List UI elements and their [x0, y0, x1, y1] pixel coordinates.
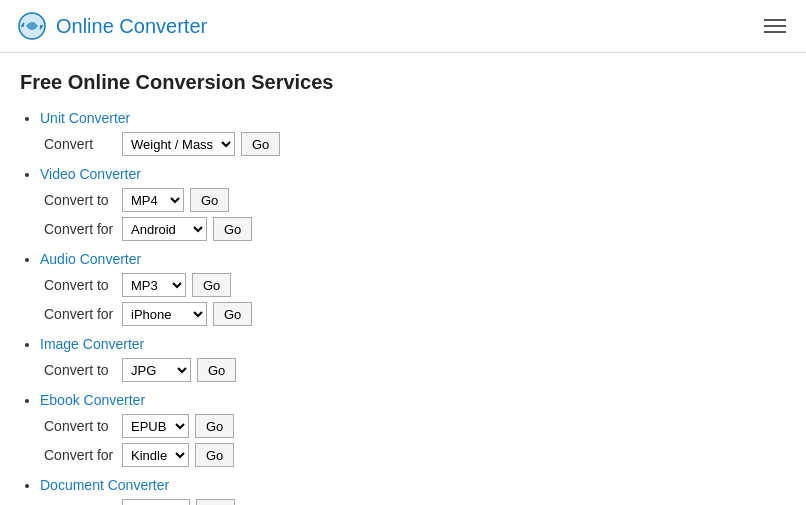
select-image-0[interactable]: JPGPNGGIFBMPWEBP [122, 358, 191, 382]
control-row-video-0: Convert toMP4AVIMOVWMVMKVGo [44, 188, 786, 212]
control-row-ebook-0: Convert toEPUBMOBIPDFAZW3Go [44, 414, 786, 438]
converter-title-video[interactable]: Video Converter [40, 166, 141, 182]
control-label-video-1: Convert for [44, 221, 116, 237]
control-row-video-1: Convert forAndroidiPhoneiPadSamsungGo [44, 217, 786, 241]
converter-item-image: Image ConverterConvert toJPGPNGGIFBMPWEB… [40, 336, 786, 382]
logo-text: Online Converter [56, 15, 207, 38]
control-label-video-0: Convert to [44, 192, 116, 208]
select-ebook-1[interactable]: KindleiPadNookKobo [122, 443, 189, 467]
select-audio-1[interactable]: iPhoneAndroidiPadSamsung [122, 302, 207, 326]
control-row-unit-0: ConvertWeight / MassLengthVolumeTemperat… [44, 132, 786, 156]
go-button-audio-1[interactable]: Go [213, 302, 252, 326]
hamburger-line-1 [764, 19, 786, 21]
converter-title-image[interactable]: Image Converter [40, 336, 144, 352]
converter-controls-document: Convert toPDFDOCXTXTRTFODTGo [40, 499, 786, 505]
go-button-image-0[interactable]: Go [197, 358, 236, 382]
hamburger-menu[interactable] [760, 15, 790, 37]
converter-item-audio: Audio ConverterConvert toMP3WAVAACFLACOG… [40, 251, 786, 326]
go-button-video-1[interactable]: Go [213, 217, 252, 241]
control-label-audio-1: Convert for [44, 306, 116, 322]
converter-list: Unit ConverterConvertWeight / MassLength… [20, 110, 786, 505]
select-audio-0[interactable]: MP3WAVAACFLACOGG [122, 273, 186, 297]
control-row-document-0: Convert toPDFDOCXTXTRTFODTGo [44, 499, 786, 505]
go-button-ebook-0[interactable]: Go [195, 414, 234, 438]
converter-title-audio[interactable]: Audio Converter [40, 251, 141, 267]
go-button-unit-0[interactable]: Go [241, 132, 280, 156]
page-title: Free Online Conversion Services [20, 71, 786, 94]
control-row-image-0: Convert toJPGPNGGIFBMPWEBPGo [44, 358, 786, 382]
converter-controls-video: Convert toMP4AVIMOVWMVMKVGoConvert forAn… [40, 188, 786, 241]
control-row-ebook-1: Convert forKindleiPadNookKoboGo [44, 443, 786, 467]
go-button-video-0[interactable]: Go [190, 188, 229, 212]
select-video-1[interactable]: AndroidiPhoneiPadSamsung [122, 217, 207, 241]
control-label-audio-0: Convert to [44, 277, 116, 293]
logo-area: Online Converter [16, 10, 207, 42]
converter-title-document[interactable]: Document Converter [40, 477, 169, 493]
converter-controls-unit: ConvertWeight / MassLengthVolumeTemperat… [40, 132, 786, 156]
control-row-audio-1: Convert foriPhoneAndroidiPadSamsungGo [44, 302, 786, 326]
select-ebook-0[interactable]: EPUBMOBIPDFAZW3 [122, 414, 189, 438]
hamburger-line-2 [764, 25, 786, 27]
converter-controls-ebook: Convert toEPUBMOBIPDFAZW3GoConvert forKi… [40, 414, 786, 467]
converter-item-video: Video ConverterConvert toMP4AVIMOVWMVMKV… [40, 166, 786, 241]
converter-item-document: Document ConverterConvert toPDFDOCXTXTRT… [40, 477, 786, 505]
converter-controls-audio: Convert toMP3WAVAACFLACOGGGoConvert fori… [40, 273, 786, 326]
hamburger-line-3 [764, 31, 786, 33]
go-button-document-0[interactable]: Go [196, 499, 235, 505]
main-content: Free Online Conversion Services Unit Con… [0, 53, 806, 505]
control-label-ebook-0: Convert to [44, 418, 116, 434]
control-label-image-0: Convert to [44, 362, 116, 378]
converter-title-unit[interactable]: Unit Converter [40, 110, 130, 126]
logo-icon [16, 10, 48, 42]
go-button-audio-0[interactable]: Go [192, 273, 231, 297]
select-document-0[interactable]: PDFDOCXTXTRTFODT [122, 499, 190, 505]
select-video-0[interactable]: MP4AVIMOVWMVMKV [122, 188, 184, 212]
converter-controls-image: Convert toJPGPNGGIFBMPWEBPGo [40, 358, 786, 382]
converter-item-unit: Unit ConverterConvertWeight / MassLength… [40, 110, 786, 156]
control-label-unit-0: Convert [44, 136, 116, 152]
control-label-ebook-1: Convert for [44, 447, 116, 463]
control-row-audio-0: Convert toMP3WAVAACFLACOGGGo [44, 273, 786, 297]
converter-item-ebook: Ebook ConverterConvert toEPUBMOBIPDFAZW3… [40, 392, 786, 467]
site-header: Online Converter [0, 0, 806, 53]
go-button-ebook-1[interactable]: Go [195, 443, 234, 467]
converter-title-ebook[interactable]: Ebook Converter [40, 392, 145, 408]
select-unit-0[interactable]: Weight / MassLengthVolumeTemperatureSpee… [122, 132, 235, 156]
